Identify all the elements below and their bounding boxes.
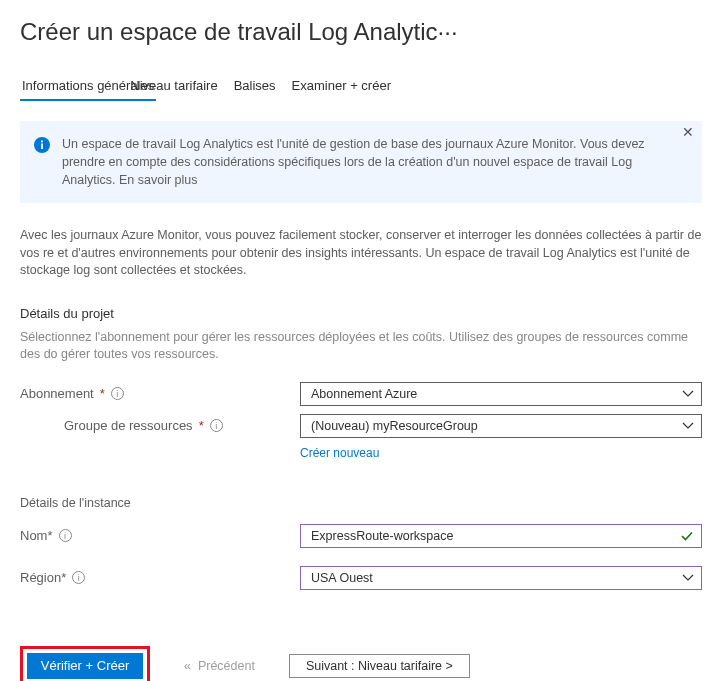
info-callout: Un espace de travail Log Analytics est l…: [20, 121, 702, 203]
info-text: Un espace de travail Log Analytics est l…: [62, 135, 684, 189]
name-value: ExpressRoute-workspace: [311, 529, 453, 543]
page-title: Créer un espace de travail Log Analytic·…: [20, 18, 702, 46]
required-asterisk: *: [199, 418, 204, 433]
close-icon[interactable]: ✕: [682, 125, 694, 139]
tab-review[interactable]: Examiner + créer: [290, 74, 393, 101]
svg-rect-2: [41, 141, 43, 143]
verify-create-highlight: Vérifier + Créer: [20, 646, 150, 681]
intro-text: Avec les journaux Azure Monitor, vous po…: [20, 227, 702, 280]
check-icon: [680, 529, 694, 543]
subscription-label-text: Abonnement: [20, 386, 94, 401]
resource-group-value: (Nouveau) myResourceGroup: [311, 419, 478, 433]
instance-details-heading: Détails de l'instance: [20, 496, 702, 510]
chevron-down-icon: [682, 420, 694, 432]
tab-tags[interactable]: Balises: [232, 74, 278, 101]
svg-rect-1: [41, 144, 43, 150]
subscription-label: Abonnement * i: [20, 386, 300, 401]
help-icon[interactable]: i: [59, 529, 72, 542]
help-icon[interactable]: i: [72, 571, 85, 584]
tab-review-create: créer: [361, 78, 391, 93]
help-icon[interactable]: i: [111, 387, 124, 400]
name-label-text: Nom*: [20, 528, 53, 543]
next-button[interactable]: Suivant : Niveau tarifaire >: [289, 654, 470, 678]
required-asterisk: *: [100, 386, 105, 401]
chevron-down-icon: [682, 572, 694, 584]
subscription-value: Abonnement Azure: [311, 387, 417, 401]
tab-review-prefix: Examiner +: [292, 78, 358, 93]
project-details-heading: Détails du projet: [20, 306, 702, 321]
tab-pricing[interactable]: Niveau tarifaire: [128, 74, 219, 101]
info-icon: [34, 137, 50, 153]
resource-group-label-text: Groupe de ressources: [64, 418, 193, 433]
region-value: USA Ouest: [311, 571, 373, 585]
help-icon[interactable]: i: [210, 419, 223, 432]
name-label: Nom* i: [20, 528, 300, 543]
region-select[interactable]: USA Ouest: [300, 566, 702, 590]
tabs-bar: Informations générales Niveau tarifaire …: [20, 74, 702, 101]
previous-label: Précédent: [198, 659, 255, 673]
resource-group-select[interactable]: (Nouveau) myResourceGroup: [300, 414, 702, 438]
region-label-text: Région*: [20, 570, 66, 585]
chevron-left-icon: «: [184, 659, 191, 673]
name-input[interactable]: ExpressRoute-workspace: [300, 524, 702, 548]
chevron-down-icon: [682, 388, 694, 400]
previous-button[interactable]: « Précédent: [178, 658, 261, 674]
region-label: Région* i: [20, 570, 300, 585]
create-new-link[interactable]: Créer nouveau: [300, 446, 702, 460]
subscription-select[interactable]: Abonnement Azure: [300, 382, 702, 406]
project-details-desc: Sélectionnez l'abonnement pour gérer les…: [20, 329, 702, 364]
verify-create-button[interactable]: Vérifier + Créer: [27, 653, 143, 679]
footer-bar: Vérifier + Créer « Précédent Suivant : N…: [20, 646, 702, 681]
resource-group-label: Groupe de ressources * i: [64, 418, 300, 433]
